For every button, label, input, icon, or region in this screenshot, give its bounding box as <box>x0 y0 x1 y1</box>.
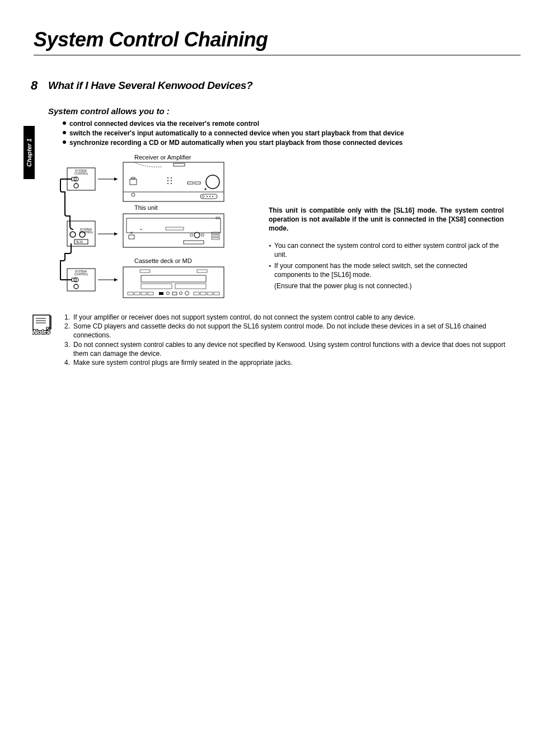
svg-point-66 <box>167 292 170 295</box>
svg-point-37 <box>212 196 213 197</box>
svg-rect-22 <box>195 182 200 184</box>
svg-point-16 <box>74 284 78 289</box>
svg-rect-18 <box>174 163 185 166</box>
svg-rect-51 <box>123 267 224 298</box>
svg-rect-61 <box>200 292 206 295</box>
svg-rect-44 <box>190 234 193 236</box>
svg-rect-40 <box>216 217 219 219</box>
svg-rect-52 <box>140 270 150 273</box>
receiver-box <box>123 162 224 201</box>
cassette-box <box>123 267 224 298</box>
svg-text:Notes: Notes <box>33 328 50 335</box>
sc-panel-3: SYSTEM CONTROL <box>60 269 95 291</box>
svg-point-4 <box>74 184 78 188</box>
subheading: System control allows you to : <box>48 106 170 116</box>
connection-diagram: Receiver or Amplifier This unit Cassette… <box>56 151 229 311</box>
page-title: System Control Chaining <box>34 28 512 51</box>
title-area: System Control Chaining <box>34 28 512 55</box>
notes-icon: Notes Notes <box>32 313 59 367</box>
sc-panel-2: SYSTEM CONTROL SL16 <box>67 221 95 246</box>
bullet-text: switch the receiver's input automaticall… <box>69 129 404 137</box>
svg-rect-38 <box>123 214 224 247</box>
svg-text:CONTROL: CONTROL <box>74 172 88 175</box>
svg-text:CONTROL: CONTROL <box>79 231 93 234</box>
svg-point-35 <box>207 196 208 197</box>
note-text: If your amplifier or receiver does not s… <box>73 313 519 322</box>
note-text: Make sure system control plugs are firml… <box>73 358 519 367</box>
compat-point-3: (Ensure that the power plug is not conne… <box>274 281 504 290</box>
svg-rect-55 <box>141 284 172 289</box>
svg-text:SL16: SL16 <box>76 240 83 243</box>
bullet-text: control connected devices via the receiv… <box>69 120 259 128</box>
note-text: Some CD players and cassette decks do no… <box>73 322 519 340</box>
svg-point-68 <box>180 292 182 295</box>
svg-rect-64 <box>194 292 199 295</box>
sc-panel-1: SYSTEM CONTROL <box>60 168 95 190</box>
bullet-icon <box>269 241 274 259</box>
manual-page: System Control Chaining 8 What if I Have… <box>0 0 534 756</box>
bullet-text: synchronize recording a CD or MD automat… <box>69 139 403 147</box>
svg-rect-50 <box>184 241 204 244</box>
svg-rect-46 <box>212 232 219 234</box>
compat-point-1: You can connect the system control cord … <box>274 241 504 259</box>
svg-rect-48 <box>212 238 219 240</box>
notes-block: Notes Notes 1.If your amplifier or recei… <box>32 313 519 367</box>
svg-rect-57 <box>128 292 133 295</box>
svg-rect-47 <box>212 235 219 237</box>
bullet-icon <box>63 121 66 125</box>
svg-rect-54 <box>141 275 206 282</box>
svg-point-29 <box>171 180 172 181</box>
svg-text:CONTROL: CONTROL <box>74 273 88 276</box>
svg-rect-58 <box>134 292 140 295</box>
svg-rect-59 <box>141 292 147 295</box>
bullet-icon <box>269 261 274 279</box>
svg-point-8 <box>70 232 76 237</box>
svg-rect-24 <box>132 177 135 179</box>
section-heading: What if I Have Several Kenwood Devices? <box>48 79 252 92</box>
svg-rect-45 <box>202 234 204 236</box>
svg-point-19 <box>206 175 219 189</box>
svg-point-25 <box>132 193 135 196</box>
bullet-icon <box>63 131 66 134</box>
svg-point-41 <box>140 229 142 230</box>
svg-rect-42 <box>166 227 184 230</box>
this-unit-box <box>123 214 224 247</box>
feature-bullet-list: control connected devices via the receiv… <box>63 119 404 147</box>
svg-point-20 <box>205 189 207 190</box>
svg-point-26 <box>167 177 168 179</box>
svg-point-34 <box>202 195 204 198</box>
page-number: 8 <box>31 78 38 93</box>
note-number: 1. <box>64 313 73 322</box>
bullet-icon <box>63 140 66 144</box>
svg-point-69 <box>185 292 189 295</box>
svg-rect-21 <box>188 182 193 184</box>
note-number: 4. <box>64 358 73 367</box>
svg-rect-62 <box>207 292 213 295</box>
title-rule <box>34 55 521 55</box>
diagram-label-this-unit: This unit <box>134 204 158 211</box>
svg-point-28 <box>167 180 168 181</box>
compat-bold-paragraph: This unit is compatible only with the [S… <box>269 206 504 233</box>
chapter-tab: Chapter 1 <box>24 126 35 179</box>
svg-point-36 <box>209 196 210 197</box>
compatibility-text-block: This unit is compatible only with the [S… <box>269 206 504 291</box>
note-number: 2. <box>64 322 73 340</box>
diagram-label-cassette: Cassette deck or MD <box>134 257 192 264</box>
svg-rect-60 <box>148 292 153 295</box>
svg-rect-49 <box>129 235 134 239</box>
svg-rect-67 <box>172 292 177 295</box>
svg-rect-33 <box>200 194 217 199</box>
note-number: 3. <box>64 340 73 358</box>
svg-point-43 <box>194 232 200 238</box>
notes-list: 1.If your amplifier or receiver does not… <box>64 313 519 367</box>
note-text: Do not connect system control cables to … <box>73 340 519 358</box>
svg-rect-39 <box>127 218 221 233</box>
svg-rect-17 <box>123 162 224 201</box>
svg-point-30 <box>167 183 168 184</box>
svg-rect-65 <box>159 292 163 295</box>
svg-rect-63 <box>214 292 219 295</box>
svg-rect-23 <box>130 179 137 185</box>
svg-rect-53 <box>197 270 207 273</box>
svg-rect-56 <box>175 284 206 289</box>
svg-point-31 <box>171 183 172 184</box>
